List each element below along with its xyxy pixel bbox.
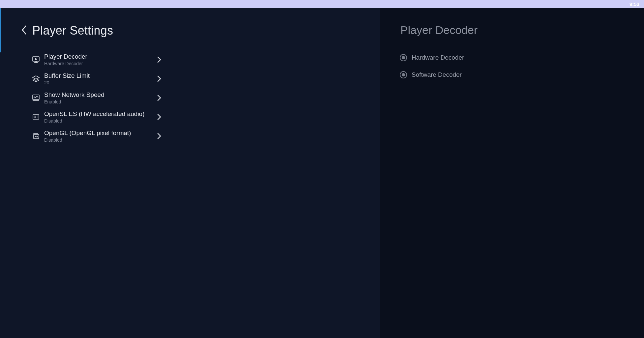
- status-bar: 9:53: [0, 0, 644, 8]
- setting-value: Disabled: [44, 137, 156, 143]
- option-hardware-decoder[interactable]: Hardware Decoder: [400, 49, 644, 66]
- svg-point-3: [34, 116, 36, 118]
- back-chevron-icon[interactable]: [21, 25, 28, 37]
- setting-label: Player Decoder: [44, 53, 156, 61]
- setting-label: Buffer Size Limit: [44, 72, 156, 80]
- network-speed-icon: [32, 94, 40, 102]
- setting-label: Show Network Speed: [44, 91, 156, 99]
- monitor-play-icon: [32, 55, 40, 64]
- setting-opensl-es[interactable]: OpenSL ES (HW accelerated audio) Disable…: [32, 107, 162, 127]
- radio-selected-icon: [400, 71, 407, 78]
- option-label: Software Decoder: [412, 71, 462, 78]
- layers-icon: [32, 74, 40, 83]
- clock-time: 9:53: [629, 1, 639, 7]
- setting-opengl[interactable]: OpenGL (OpenGL pixel format) Disabled: [32, 127, 162, 146]
- chevron-right-icon: [156, 75, 162, 82]
- radio-selected-icon: [400, 54, 407, 61]
- setting-label: OpenGL (OpenGL pixel format): [44, 129, 156, 137]
- chevron-right-icon: [156, 95, 162, 101]
- settings-detail-pane: Player Decoder Hardware Decoder Software…: [380, 8, 644, 338]
- setting-show-network-speed[interactable]: Show Network Speed Enabled: [32, 88, 162, 107]
- setting-label: OpenSL ES (HW accelerated audio): [44, 110, 156, 118]
- page-title: Player Settings: [32, 24, 113, 38]
- setting-value: Disabled: [44, 118, 156, 124]
- setting-value: Hardware Decoder: [44, 61, 156, 66]
- audio-chip-icon: [32, 113, 40, 121]
- setting-buffer-size-limit[interactable]: Buffer Size Limit 20: [32, 69, 162, 88]
- setting-value: 20: [44, 80, 156, 85]
- chevron-right-icon: [156, 114, 162, 120]
- images-icon: [32, 132, 40, 140]
- settings-list: Player Decoder Hardware Decoder Buffer: [0, 50, 162, 146]
- settings-master-pane: Player Settings Player Decoder Hardware …: [0, 8, 380, 338]
- setting-value: Enabled: [44, 99, 156, 104]
- detail-title: Player Decoder: [400, 24, 644, 37]
- option-list: Hardware Decoder Software Decoder: [380, 49, 644, 83]
- option-label: Hardware Decoder: [412, 54, 464, 61]
- chevron-right-icon: [156, 56, 162, 63]
- chevron-right-icon: [156, 133, 162, 139]
- option-software-decoder[interactable]: Software Decoder: [400, 66, 644, 83]
- setting-player-decoder[interactable]: Player Decoder Hardware Decoder: [32, 50, 162, 69]
- accent-strip: [0, 8, 1, 52]
